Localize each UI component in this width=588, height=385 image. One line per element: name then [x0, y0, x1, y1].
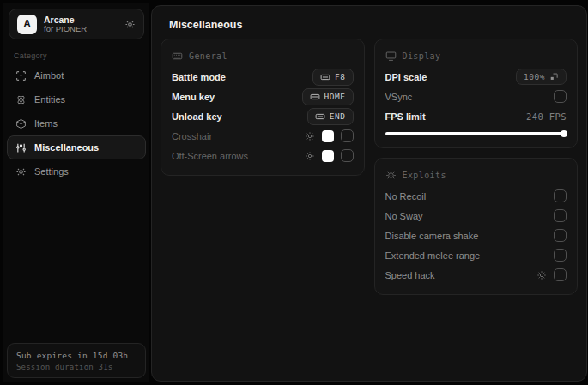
- setting-label: Speed hack: [385, 270, 435, 280]
- vsync-checkbox[interactable]: [554, 90, 567, 103]
- exploits-panel: Exploits No Recoil No Sway Disable camer…: [374, 158, 579, 295]
- setting-label: FPS limit: [385, 111, 426, 122]
- setting-row-menu-key: Menu key HOME: [172, 87, 354, 106]
- page-title: Miscellaneous: [152, 6, 586, 39]
- sidebar-item-label: Miscellaneous: [34, 142, 99, 153]
- entities-icon: [15, 94, 27, 105]
- dpi-scale-dropdown[interactable]: 100%: [516, 69, 567, 85]
- keybind-button[interactable]: HOME: [302, 88, 354, 105]
- keybind-value: END: [330, 111, 346, 121]
- gear-icon[interactable]: [305, 131, 315, 141]
- scale-icon: [549, 72, 559, 81]
- setting-label: Battle mode: [172, 72, 226, 82]
- keyboard-icon: [320, 72, 330, 82]
- brand-card: A Arcane for PIONER: [9, 9, 144, 39]
- keyboard-icon: [315, 111, 325, 122]
- setting-label: Extended melee range: [385, 250, 481, 261]
- panel-title: General: [189, 51, 227, 61]
- app-logo: A: [17, 15, 37, 34]
- setting-label: Disable camera shake: [385, 231, 479, 241]
- sidebar-nav: Aimbot Entities Items: [3, 63, 149, 183]
- offscreen-arrows-checkbox[interactable]: [341, 149, 354, 162]
- no-sway-checkbox[interactable]: [554, 209, 567, 222]
- session-duration-text: Session duration 31s: [16, 363, 136, 371]
- speed-hack-checkbox[interactable]: [554, 268, 567, 281]
- setting-row-offscreen-arrows: Off-Screen arrows: [172, 146, 354, 165]
- no-recoil-checkbox[interactable]: [554, 189, 567, 202]
- color-swatch[interactable]: [322, 130, 334, 142]
- setting-label: Unload key: [172, 111, 222, 122]
- sidebar-item-label: Settings: [34, 166, 69, 177]
- setting-row-vsync: VSync: [385, 87, 567, 106]
- sidebar-item-items[interactable]: Items: [7, 111, 146, 135]
- package-icon: [15, 118, 27, 129]
- keybind-value: F8: [335, 72, 345, 81]
- setting-row-dpi-scale: DPI scale 100%: [385, 67, 567, 87]
- fps-limit-value: 240 FPS: [526, 111, 567, 122]
- keybind-button[interactable]: F8: [312, 69, 353, 86]
- sidebar-item-miscellaneous[interactable]: Miscellaneous: [7, 135, 146, 159]
- subscription-info: Sub expires in 15d 03h Session duration …: [7, 343, 146, 378]
- gear-icon[interactable]: [305, 151, 315, 161]
- sidebar-item-settings[interactable]: Settings: [7, 159, 146, 183]
- keyboard-icon: [310, 92, 320, 102]
- keyboard-icon: [172, 51, 183, 62]
- setting-row-unload-key: Unload key END: [172, 106, 354, 126]
- sidebar: A Arcane for PIONER Category Aimbot: [3, 3, 149, 382]
- app-name: Arcane: [44, 15, 118, 25]
- setting-row-speed-hack: Speed hack: [385, 265, 567, 285]
- setting-row-disable-camera-shake: Disable camera shake: [385, 226, 567, 245]
- setting-label: DPI scale: [385, 72, 427, 82]
- extended-melee-range-checkbox[interactable]: [554, 249, 567, 262]
- setting-label: No Recoil: [385, 191, 427, 202]
- virus-icon: [385, 170, 397, 181]
- monitor-icon: [385, 51, 397, 62]
- setting-row-no-recoil: No Recoil: [385, 186, 567, 206]
- app-subtitle: for PIONER: [44, 25, 118, 34]
- sidebar-item-entities[interactable]: Entities: [7, 87, 146, 111]
- dpi-scale-value: 100%: [524, 72, 545, 81]
- general-panel: General Battle mode F8 Menu key: [161, 39, 365, 176]
- sidebar-item-label: Items: [34, 118, 58, 129]
- aimbot-icon: [15, 70, 27, 81]
- panel-title: Display: [403, 51, 441, 61]
- disable-camera-shake-checkbox[interactable]: [554, 229, 567, 242]
- setting-label: VSync: [385, 92, 413, 102]
- keybind-value: HOME: [324, 92, 346, 101]
- setting-row-no-sway: No Sway: [385, 206, 567, 226]
- sub-expiry-text: Sub expires in 15d 03h: [16, 351, 136, 360]
- keybind-button[interactable]: END: [307, 108, 354, 125]
- setting-row-extended-melee-range: Extended melee range: [385, 245, 567, 265]
- setting-row-battle-mode: Battle mode F8: [172, 67, 354, 87]
- setting-label: Off-Screen arrows: [172, 151, 248, 161]
- gear-icon[interactable]: [536, 270, 547, 280]
- sliders-icon: [15, 142, 27, 153]
- color-swatch[interactable]: [322, 150, 334, 162]
- slider-fill: [385, 132, 564, 135]
- main-panel: Miscellaneous General Battle mode: [151, 5, 587, 382]
- panel-title: Exploits: [403, 171, 446, 180]
- crosshair-checkbox[interactable]: [341, 129, 354, 142]
- gear-icon: [15, 166, 27, 177]
- setting-row-crosshair: Crosshair: [172, 126, 354, 146]
- sidebar-item-label: Aimbot: [34, 70, 64, 81]
- sidebar-item-aimbot[interactable]: Aimbot: [7, 63, 146, 87]
- setting-label: Crosshair: [172, 131, 212, 141]
- fps-limit-slider[interactable]: [385, 129, 567, 138]
- gear-icon[interactable]: [124, 19, 136, 30]
- slider-knob[interactable]: [561, 130, 567, 137]
- sidebar-item-label: Entities: [34, 94, 65, 105]
- category-label: Category: [14, 51, 149, 60]
- setting-row-fps-limit: FPS limit 240 FPS: [385, 106, 567, 126]
- setting-label: No Sway: [385, 211, 423, 221]
- display-panel: Display DPI scale 100%: [374, 39, 579, 148]
- setting-label: Menu key: [172, 92, 215, 102]
